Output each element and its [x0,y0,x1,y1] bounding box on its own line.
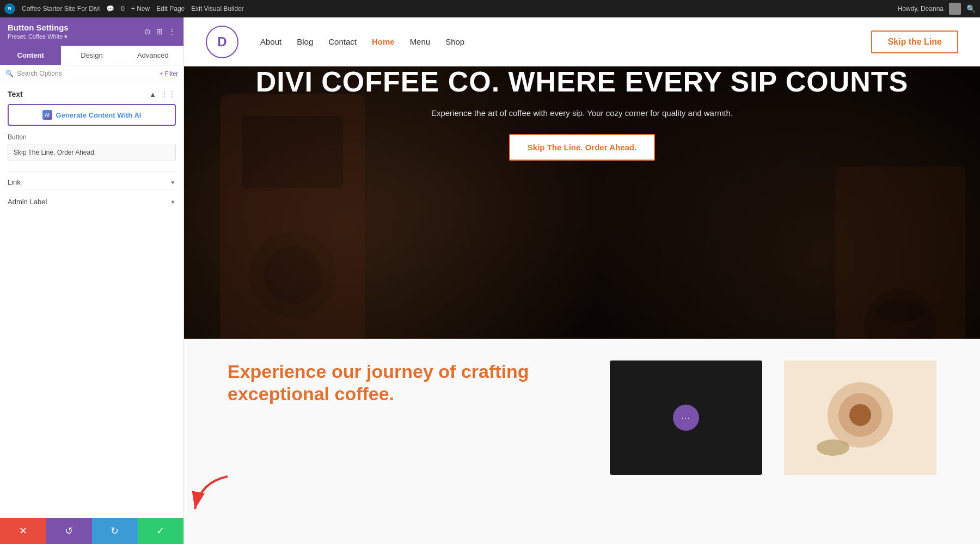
button-field-label: Button [8,133,176,141]
admin-label-section: Admin Label ▼ [8,191,176,206]
logo-letter: D [217,34,226,50]
video-thumbnail[interactable]: ··· [610,360,762,475]
website-preview: D About Blog Contact Home Menu Shop Skip… [184,17,980,544]
below-fold-title: Experience our journey of crafting excep… [228,360,588,405]
svg-point-8 [875,300,926,322]
panel-search-bar: 🔍 + Filter [0,65,183,82]
text-section-collapse[interactable]: ▲ [149,90,156,99]
panel-preset[interactable]: Preset: Coffee White ▾ [8,33,69,40]
button-text-input[interactable] [8,144,176,161]
below-fold-section: Experience our journey of crafting excep… [184,339,980,544]
tab-advanced[interactable]: Advanced [122,46,183,65]
svg-point-5 [264,246,321,304]
cancel-button[interactable]: ✕ [0,518,46,544]
svg-point-13 [849,404,871,426]
admin-bar-left: W Coffee Starter Site For Divi 💬 0 + New… [4,3,889,14]
nav-shop[interactable]: Shop [445,37,464,46]
ai-generate-button[interactable]: AI Generate Content With AI [8,104,176,126]
hero-cta-button[interactable]: Skip The Line. Order Ahead. [509,134,655,161]
howdy-label: Howdy, Deanna [898,5,944,13]
exit-builder-link[interactable]: Exit Visual Builder [191,5,244,13]
tab-design[interactable]: Design [61,46,122,65]
text-section-title: Text [8,90,23,99]
nav-contact[interactable]: Contact [328,37,357,46]
edit-page-link[interactable]: Edit Page [156,5,185,13]
more-options-icon[interactable]: ⋮ [168,27,176,36]
hero-title: DIVI COFFEE CO. WHERE EVERY SIP COUNTS [217,66,947,97]
nav-home[interactable]: Home [372,37,395,46]
svg-text:W: W [8,7,11,10]
site-header: D About Blog Contact Home Menu Shop Skip… [184,17,980,66]
panel-header-icons: ⊙ ⊞ ⋮ [144,27,176,36]
admin-label-chevron-icon: ▼ [170,199,176,205]
coffee-image [784,360,936,475]
user-avatar[interactable] [949,3,961,15]
link-section-header[interactable]: Link ▼ [8,178,176,186]
layout-icon[interactable]: ⊞ [156,27,163,36]
hero-content: DIVI COFFEE CO. WHERE EVERY SIP COUNTS E… [184,66,980,161]
nav-menu[interactable]: Menu [410,37,431,46]
drag-handle-icon[interactable]: ⋮⋮ [161,90,176,99]
tab-content[interactable]: Content [0,46,61,65]
site-logo: D [206,26,238,58]
comments-count[interactable]: 0 [121,5,125,13]
undo-button[interactable]: ↺ [46,518,91,544]
below-fold-text: Experience our journey of crafting excep… [228,360,588,405]
ai-button-label: Generate Content With AI [56,111,142,119]
save-button[interactable]: ✓ [138,518,183,544]
wp-admin-bar: W Coffee Starter Site For Divi 💬 0 + New… [0,0,980,17]
panel-content-area: Text ▲ ⋮⋮ AI Generate Content With AI Bu… [0,82,183,521]
search-icon[interactable]: 🔍 [966,4,976,13]
hero-section: DIVI COFFEE CO. WHERE EVERY SIP COUNTS E… [184,66,980,339]
admin-bar-right: Howdy, Deanna 🔍 [898,3,976,15]
text-section-header: Text ▲ ⋮⋮ [8,90,176,99]
header-skip-line-button[interactable]: Skip the Line [871,30,958,53]
main-layout: Button Settings Preset: Coffee White ▾ ⊙… [0,17,980,544]
redo-button[interactable]: ↻ [92,518,138,544]
svg-point-14 [817,439,849,456]
panel-tabs: Content Design Advanced [0,46,183,65]
panel-header: Button Settings Preset: Coffee White ▾ ⊙… [0,17,183,46]
ai-icon: AI [42,110,52,120]
panel-title: Button Settings [8,23,69,32]
site-nav: About Blog Contact Home Menu Shop [260,37,871,46]
nav-about[interactable]: About [260,37,281,46]
button-settings-panel: Button Settings Preset: Coffee White ▾ ⊙… [0,17,184,544]
link-chevron-icon: ▼ [170,179,176,186]
wordpress-icon[interactable]: W [4,3,15,14]
admin-label-section-header[interactable]: Admin Label ▼ [8,198,176,206]
play-icon: ··· [681,413,691,422]
search-options-input[interactable] [17,70,156,77]
search-icon: 🔍 [5,70,14,77]
play-button-icon[interactable]: ··· [673,405,699,431]
hero-subtitle: Experience the art of coffee with every … [217,108,947,118]
admin-label-section-title: Admin Label [8,198,47,206]
link-section-title: Link [8,178,21,186]
bottom-bar: ✕ ↺ ↻ ✓ [0,518,183,544]
link-section: Link ▼ [8,171,176,186]
arrow-annotation [184,471,233,522]
filter-button[interactable]: + Filter [160,70,178,77]
site-name-link[interactable]: Coffee Starter Site For Divi [22,5,100,13]
visual-builder-icon[interactable]: ⊙ [144,27,151,36]
new-menu[interactable]: + New [131,5,150,13]
nav-blog[interactable]: Blog [297,37,313,46]
